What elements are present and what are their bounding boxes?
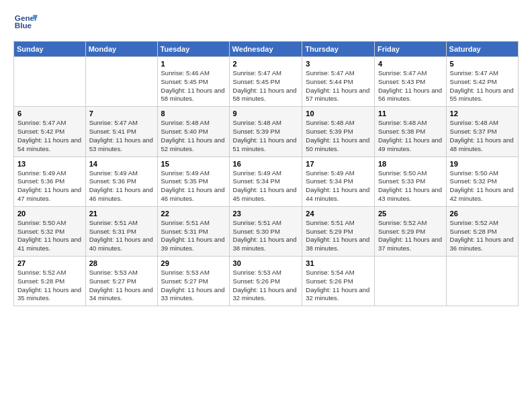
calendar-cell: 13Sunrise: 5:49 AM Sunset: 5:36 PM Dayli… xyxy=(14,156,86,206)
calendar-cell xyxy=(14,57,86,107)
calendar-cell: 10Sunrise: 5:48 AM Sunset: 5:39 PM Dayli… xyxy=(302,107,375,156)
day-number: 25 xyxy=(378,210,443,218)
day-info: Sunrise: 5:49 AM Sunset: 5:36 PM Dayligh… xyxy=(17,169,82,203)
calendar-cell: 5Sunrise: 5:47 AM Sunset: 5:42 PM Daylig… xyxy=(446,57,518,107)
weekday-header-friday: Friday xyxy=(374,42,446,57)
calendar-cell: 2Sunrise: 5:47 AM Sunset: 5:45 PM Daylig… xyxy=(229,57,302,107)
weekday-header-sunday: Sunday xyxy=(14,42,86,57)
calendar-cell: 12Sunrise: 5:48 AM Sunset: 5:37 PM Dayli… xyxy=(446,107,518,156)
calendar-week-1: 1Sunrise: 5:46 AM Sunset: 5:45 PM Daylig… xyxy=(14,57,519,107)
day-number: 1 xyxy=(161,60,226,68)
day-number: 7 xyxy=(89,109,154,118)
calendar-cell: 1Sunrise: 5:46 AM Sunset: 5:45 PM Daylig… xyxy=(157,57,229,107)
page: General Blue SundayMondayTuesdayWednesda… xyxy=(0,0,532,411)
calendar-cell: 22Sunrise: 5:51 AM Sunset: 5:31 PM Dayli… xyxy=(157,206,229,256)
calendar-cell: 14Sunrise: 5:49 AM Sunset: 5:36 PM Dayli… xyxy=(85,156,157,206)
calendar-cell xyxy=(446,257,518,306)
calendar-cell: 7Sunrise: 5:47 AM Sunset: 5:41 PM Daylig… xyxy=(85,107,157,156)
day-number: 14 xyxy=(89,160,154,168)
calendar-cell: 28Sunrise: 5:53 AM Sunset: 5:27 PM Dayli… xyxy=(85,257,157,306)
day-info: Sunrise: 5:49 AM Sunset: 5:34 PM Dayligh… xyxy=(306,169,371,203)
day-number: 5 xyxy=(450,60,515,68)
calendar-table: SundayMondayTuesdayWednesdayThursdayFrid… xyxy=(13,41,519,306)
day-number: 24 xyxy=(306,210,371,218)
day-info: Sunrise: 5:52 AM Sunset: 5:29 PM Dayligh… xyxy=(378,219,443,253)
calendar-cell: 24Sunrise: 5:51 AM Sunset: 5:29 PM Dayli… xyxy=(302,206,375,256)
day-info: Sunrise: 5:47 AM Sunset: 5:42 PM Dayligh… xyxy=(17,119,82,153)
day-info: Sunrise: 5:54 AM Sunset: 5:26 PM Dayligh… xyxy=(306,269,371,303)
day-number: 15 xyxy=(161,160,226,168)
day-info: Sunrise: 5:47 AM Sunset: 5:43 PM Dayligh… xyxy=(378,69,443,103)
day-info: Sunrise: 5:50 AM Sunset: 5:33 PM Dayligh… xyxy=(378,169,443,203)
logo-icon: General Blue xyxy=(13,10,38,34)
weekday-header-saturday: Saturday xyxy=(446,42,518,57)
calendar-cell: 11Sunrise: 5:48 AM Sunset: 5:38 PM Dayli… xyxy=(374,107,446,156)
calendar-week-5: 27Sunrise: 5:52 AM Sunset: 5:28 PM Dayli… xyxy=(14,257,519,306)
weekday-header-row: SundayMondayTuesdayWednesdayThursdayFrid… xyxy=(14,42,519,57)
calendar-cell: 27Sunrise: 5:52 AM Sunset: 5:28 PM Dayli… xyxy=(14,257,86,306)
day-number: 21 xyxy=(89,210,154,218)
day-number: 3 xyxy=(306,60,371,68)
day-number: 17 xyxy=(306,160,371,168)
calendar-cell xyxy=(374,257,446,306)
day-number: 30 xyxy=(233,259,299,267)
day-info: Sunrise: 5:47 AM Sunset: 5:45 PM Dayligh… xyxy=(233,69,299,103)
day-number: 27 xyxy=(17,259,82,267)
weekday-header-wednesday: Wednesday xyxy=(229,42,302,57)
calendar-cell: 19Sunrise: 5:50 AM Sunset: 5:32 PM Dayli… xyxy=(446,156,518,206)
day-info: Sunrise: 5:51 AM Sunset: 5:29 PM Dayligh… xyxy=(306,219,371,253)
day-number: 2 xyxy=(233,60,299,68)
calendar-cell: 23Sunrise: 5:51 AM Sunset: 5:30 PM Dayli… xyxy=(229,206,302,256)
day-number: 19 xyxy=(450,160,515,168)
calendar-cell: 9Sunrise: 5:48 AM Sunset: 5:39 PM Daylig… xyxy=(229,107,302,156)
day-number: 8 xyxy=(161,109,226,118)
day-info: Sunrise: 5:53 AM Sunset: 5:27 PM Dayligh… xyxy=(89,269,154,303)
day-number: 23 xyxy=(233,210,299,218)
day-number: 10 xyxy=(306,109,371,118)
day-info: Sunrise: 5:52 AM Sunset: 5:28 PM Dayligh… xyxy=(17,269,82,303)
calendar-cell: 21Sunrise: 5:51 AM Sunset: 5:31 PM Dayli… xyxy=(85,206,157,256)
day-info: Sunrise: 5:50 AM Sunset: 5:32 PM Dayligh… xyxy=(17,219,82,253)
calendar-cell: 4Sunrise: 5:47 AM Sunset: 5:43 PM Daylig… xyxy=(374,57,446,107)
day-info: Sunrise: 5:48 AM Sunset: 5:38 PM Dayligh… xyxy=(378,119,443,153)
day-info: Sunrise: 5:47 AM Sunset: 5:44 PM Dayligh… xyxy=(306,69,371,103)
calendar-cell xyxy=(85,57,157,107)
day-info: Sunrise: 5:51 AM Sunset: 5:31 PM Dayligh… xyxy=(89,219,154,253)
calendar-week-4: 20Sunrise: 5:50 AM Sunset: 5:32 PM Dayli… xyxy=(14,206,519,256)
calendar-cell: 31Sunrise: 5:54 AM Sunset: 5:26 PM Dayli… xyxy=(302,257,375,306)
day-number: 11 xyxy=(378,109,443,118)
calendar-cell: 8Sunrise: 5:48 AM Sunset: 5:40 PM Daylig… xyxy=(157,107,229,156)
day-number: 6 xyxy=(17,109,82,118)
day-info: Sunrise: 5:48 AM Sunset: 5:40 PM Dayligh… xyxy=(161,119,226,153)
logo: General Blue xyxy=(13,10,38,34)
day-number: 18 xyxy=(378,160,443,168)
calendar-cell: 16Sunrise: 5:49 AM Sunset: 5:34 PM Dayli… xyxy=(229,156,302,206)
day-info: Sunrise: 5:50 AM Sunset: 5:32 PM Dayligh… xyxy=(450,169,515,203)
day-info: Sunrise: 5:51 AM Sunset: 5:31 PM Dayligh… xyxy=(161,219,226,253)
calendar-cell: 15Sunrise: 5:49 AM Sunset: 5:35 PM Dayli… xyxy=(157,156,229,206)
calendar-cell: 29Sunrise: 5:53 AM Sunset: 5:27 PM Dayli… xyxy=(157,257,229,306)
day-info: Sunrise: 5:49 AM Sunset: 5:35 PM Dayligh… xyxy=(161,169,226,203)
day-number: 9 xyxy=(233,109,299,118)
day-number: 13 xyxy=(17,160,82,168)
calendar-week-2: 6Sunrise: 5:47 AM Sunset: 5:42 PM Daylig… xyxy=(14,107,519,156)
svg-text:Blue: Blue xyxy=(15,21,32,30)
calendar-cell: 6Sunrise: 5:47 AM Sunset: 5:42 PM Daylig… xyxy=(14,107,86,156)
calendar-cell: 25Sunrise: 5:52 AM Sunset: 5:29 PM Dayli… xyxy=(374,206,446,256)
day-number: 12 xyxy=(450,109,515,118)
calendar-week-3: 13Sunrise: 5:49 AM Sunset: 5:36 PM Dayli… xyxy=(14,156,519,206)
day-info: Sunrise: 5:53 AM Sunset: 5:27 PM Dayligh… xyxy=(161,269,226,303)
weekday-header-monday: Monday xyxy=(85,42,157,57)
day-info: Sunrise: 5:47 AM Sunset: 5:42 PM Dayligh… xyxy=(450,69,515,103)
day-info: Sunrise: 5:48 AM Sunset: 5:37 PM Dayligh… xyxy=(450,119,515,153)
day-info: Sunrise: 5:52 AM Sunset: 5:28 PM Dayligh… xyxy=(450,219,515,253)
calendar-cell: 3Sunrise: 5:47 AM Sunset: 5:44 PM Daylig… xyxy=(302,57,375,107)
day-info: Sunrise: 5:51 AM Sunset: 5:30 PM Dayligh… xyxy=(233,219,299,253)
day-number: 28 xyxy=(89,259,154,267)
calendar-cell: 30Sunrise: 5:53 AM Sunset: 5:26 PM Dayli… xyxy=(229,257,302,306)
header: General Blue xyxy=(13,10,519,34)
day-info: Sunrise: 5:48 AM Sunset: 5:39 PM Dayligh… xyxy=(233,119,299,153)
weekday-header-thursday: Thursday xyxy=(302,42,375,57)
day-number: 31 xyxy=(306,259,371,267)
day-info: Sunrise: 5:47 AM Sunset: 5:41 PM Dayligh… xyxy=(89,119,154,153)
